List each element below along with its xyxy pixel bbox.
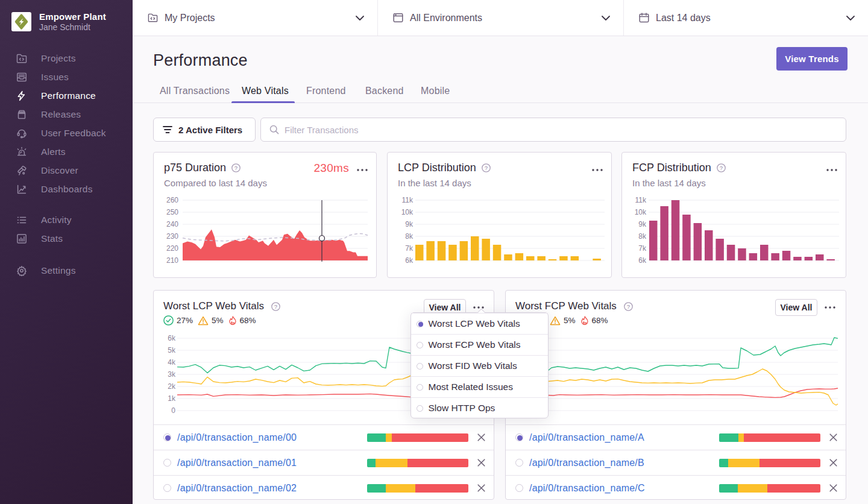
svg-text:4k: 4k (168, 358, 176, 367)
svg-text:230: 230 (166, 232, 178, 241)
svg-text:5k: 5k (168, 346, 176, 354)
svg-text:8k: 8k (638, 232, 647, 241)
svg-text:1k: 1k (168, 394, 176, 403)
svg-text:10k: 10k (401, 208, 414, 216)
svg-text:240: 240 (166, 220, 178, 228)
svg-text:210: 210 (166, 256, 178, 265)
svg-text:6k: 6k (405, 256, 414, 265)
svg-text:3k: 3k (168, 370, 176, 379)
svg-text:8k: 8k (405, 232, 414, 241)
svg-text:220: 220 (166, 244, 178, 253)
svg-text:?: ? (234, 165, 237, 171)
svg-text:?: ? (274, 303, 277, 309)
svg-text:9k: 9k (638, 220, 647, 228)
svg-text:11k: 11k (402, 196, 414, 204)
svg-text:6k: 6k (638, 256, 647, 265)
svg-text:0: 0 (171, 406, 175, 415)
svg-text:7k: 7k (405, 244, 414, 253)
svg-text:?: ? (485, 165, 488, 171)
svg-text:260: 260 (166, 196, 178, 204)
svg-text:10k: 10k (635, 208, 647, 216)
svg-text:6k: 6k (168, 334, 176, 342)
svg-text:250: 250 (166, 208, 178, 216)
svg-text:2k: 2k (168, 382, 176, 391)
svg-text:7k: 7k (638, 244, 647, 253)
svg-text:9k: 9k (405, 220, 414, 228)
svg-text:?: ? (627, 303, 630, 309)
svg-text:?: ? (720, 165, 723, 171)
svg-text:11k: 11k (635, 196, 647, 204)
